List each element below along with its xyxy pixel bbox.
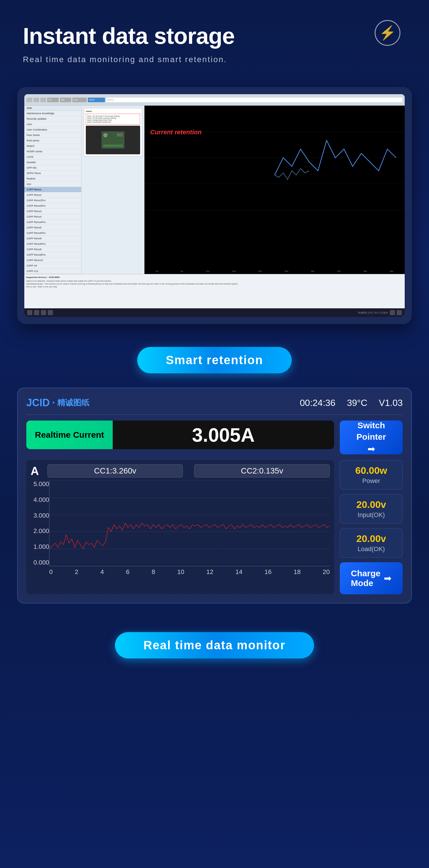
brand-text: JCID · 精诚图纸 xyxy=(26,397,89,409)
sidebar-item-active: OJPP Reno1 xyxy=(24,187,81,192)
sidebar-item: HuaWei xyxy=(24,160,81,165)
brand-dot: · xyxy=(52,397,55,409)
software-taskbar: 精诚图纸 主控工具5 正式版本 xyxy=(24,308,405,317)
x-label: 8 xyxy=(152,568,155,576)
load-button: 20.00v Load(OK) xyxy=(340,528,403,558)
brand-name: JCID xyxy=(26,397,50,409)
toolbar-btn: Edit xyxy=(60,98,71,102)
software-info-bar: Supported devices : JCID-8806 Object to … xyxy=(24,274,405,308)
y-axis: 5.000 4.000 3.000 2.000 1.000 0.000 xyxy=(31,480,49,566)
cc-values: CC1:3.260v CC2:0.135v xyxy=(47,464,330,477)
switch-pointer-button[interactable]: Switch Pointer ➡ xyxy=(340,421,403,454)
sidebar-item: OJPP Reno10 xyxy=(24,258,81,263)
right-arrow-icon: ➡ xyxy=(384,573,392,584)
panel-temperature: 39°C xyxy=(347,398,367,408)
chart-header: A CC1:3.260v CC2:0.135v xyxy=(31,464,330,477)
sidebar-item: OJPP Reno4Pro xyxy=(24,220,81,225)
x-label: 16 xyxy=(265,568,271,576)
sidebar-item: HOMFI series xyxy=(24,149,81,154)
load-value: 20.00v xyxy=(344,533,398,544)
sidebar-item: vivo xyxy=(24,182,81,187)
y-label: 4.000 xyxy=(31,496,49,503)
sidebar-item: User xyxy=(24,122,81,127)
sidebar-item: OJPP Reno8Pro xyxy=(24,252,81,258)
right-arrow-icon: ➡ xyxy=(367,443,375,454)
instrument-panel: JCID · 精诚图纸 00:24:36 39°C V1.03 Realtime… xyxy=(17,388,412,603)
smart-retention-button[interactable]: Smart retention xyxy=(137,347,292,373)
x-label: 10 xyxy=(177,568,184,576)
sidebar-item: LOVE xyxy=(24,154,81,160)
load-label: Load(OK) xyxy=(344,545,398,553)
sidebar-item: iWatch xyxy=(24,144,81,149)
sidebar-item: OJPP Reno2Pro xyxy=(24,198,81,203)
sidebar-item: OJPP Reno3 xyxy=(24,209,81,214)
charge-mode-line2: Mode xyxy=(351,578,381,588)
software-left-panel: name back_42 (at load if not pump) testi… xyxy=(81,106,144,274)
waveform-svg xyxy=(50,480,330,566)
screen-content: File Edit View Model Search... JCID Main… xyxy=(24,94,405,317)
sidebar-item: OJPP Reno3Pro xyxy=(24,203,81,209)
sidebar-item: OPPO Reno xyxy=(24,170,81,176)
toolbar-btn: Model xyxy=(88,98,105,102)
taskbar-icon xyxy=(27,310,32,315)
y-label: 3.000 xyxy=(31,512,49,519)
power-button: 60.00w Power xyxy=(340,460,403,490)
main-title: Instant data storage xyxy=(23,23,406,49)
bottom-section: Real time data monitor xyxy=(0,612,429,687)
software-toolbar: File Edit View Model Search... xyxy=(24,94,405,106)
toolbar-btn: View xyxy=(72,98,87,102)
sidebar-item: Realme xyxy=(24,176,81,182)
switch-pointer-line2: Pointer xyxy=(356,432,386,442)
x-axis: 0 2 4 6 8 10 12 14 16 18 20 xyxy=(49,566,330,578)
taskbar-icon xyxy=(390,310,395,315)
toolbar-btn xyxy=(27,98,32,102)
realtime-current-label: Realtime Current xyxy=(26,421,113,449)
software-chart-panel: Current retention 4s8s12s16s20s24s28s32s xyxy=(144,106,405,274)
lightning-icon: ⚡ xyxy=(375,20,400,46)
panel-version: V1.03 xyxy=(379,398,403,408)
sidebar-item: OJPP Reno2 xyxy=(24,192,81,198)
panel-time: 00:24:36 xyxy=(300,398,335,408)
current-value: 3.005A xyxy=(113,421,334,449)
sidebar-item: iPad series xyxy=(24,138,81,144)
software-sidebar: JCID Maintenance knowledge Recently upda… xyxy=(24,106,81,274)
y-label: 0.000 xyxy=(31,559,49,566)
x-label: 0 xyxy=(49,568,53,576)
cc2-value: CC2:0.135v xyxy=(194,464,330,477)
x-label: 20 xyxy=(323,568,329,576)
sidebar-item: OJPP Reno4 xyxy=(24,214,81,220)
input-label: Input(OK) xyxy=(344,511,398,519)
brand-chinese: 精诚图纸 xyxy=(57,397,89,408)
chart-container: A CC1:3.260v CC2:0.135v 5.000 4.000 3.00… xyxy=(26,460,334,594)
laptop-section: File Edit View Model Search... JCID Main… xyxy=(0,75,429,336)
chart-unit: A xyxy=(31,465,39,477)
sidebar-item: Free Series xyxy=(24,132,81,138)
top-section: ⚡ Instant data storage Real time data mo… xyxy=(0,0,429,75)
y-label: 1.000 xyxy=(31,543,49,551)
cc1-value: CC1:3.260v xyxy=(47,464,183,477)
search-bar: Search... xyxy=(106,98,402,102)
sidebar-item: OJPP Reno5Pro xyxy=(24,230,81,236)
sidebar-item: OJPP Reno6 xyxy=(24,236,81,241)
x-label: 14 xyxy=(235,568,242,576)
sidebar-item: Maintenance knowledge xyxy=(24,111,81,116)
chart-area: 5.000 4.000 3.000 2.000 1.000 0.000 xyxy=(31,480,330,578)
charge-mode-line1: Charge xyxy=(351,568,381,578)
sidebar-item: OJPP Reno8 xyxy=(24,247,81,252)
y-label: 5.000 xyxy=(31,480,49,488)
real-time-monitor-button[interactable]: Real time data monitor xyxy=(115,632,314,658)
laptop-frame: File Edit View Model Search... JCID Main… xyxy=(17,87,412,324)
toolbar-btn xyxy=(40,98,46,102)
main-subtitle: Real time data monitoring and smart rete… xyxy=(23,55,406,64)
taskbar-icon xyxy=(397,310,402,315)
screen-chart-svg xyxy=(144,106,405,245)
sidebar-item: OJPP A9 xyxy=(24,263,81,269)
x-label: 4 xyxy=(100,568,104,576)
chart-plot xyxy=(49,480,330,566)
power-value: 60.00w xyxy=(344,465,398,476)
sidebar-item: User Combination xyxy=(24,127,81,132)
charge-mode-button[interactable]: Charge Mode ➡ xyxy=(340,562,403,594)
sidebar-item: Recently updates xyxy=(24,116,81,122)
real-time-monitor-container: Real time data monitor xyxy=(17,621,412,664)
input-value: 20.00v xyxy=(344,499,398,510)
